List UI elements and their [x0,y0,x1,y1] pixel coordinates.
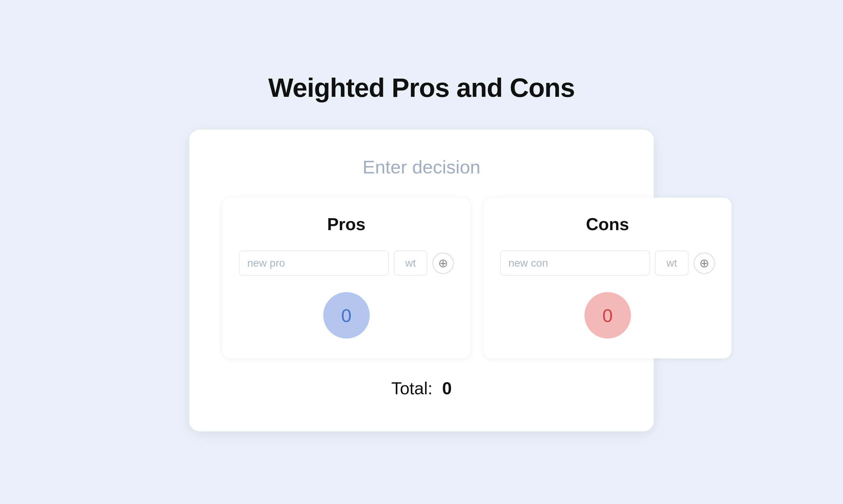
pros-column: Pros ⊕ 0 [222,198,470,358]
cons-score: 0 [602,305,613,326]
pros-entry-row: ⊕ [239,251,454,275]
cons-score-circle: 0 [584,292,631,339]
pros-score: 0 [341,305,351,326]
decision-input[interactable] [222,156,621,178]
total-row: Total: 0 [391,378,452,398]
pros-add-icon: ⊕ [438,256,448,270]
cons-add-icon: ⊕ [699,256,709,270]
cons-add-button[interactable]: ⊕ [694,253,715,274]
cons-column: Cons ⊕ 0 [484,198,732,358]
cons-weight-input[interactable] [655,251,688,275]
cons-entry-input[interactable] [500,251,650,275]
pros-score-circle: 0 [323,292,370,339]
pros-weight-input[interactable] [394,251,427,275]
cons-entry-row: ⊕ [500,251,715,275]
page-title: Weighted Pros and Cons [268,73,574,103]
total-value: 0 [442,379,452,398]
total-label: Total: [391,379,432,398]
pros-entry-input[interactable] [239,251,389,275]
pros-title: Pros [327,214,366,234]
cons-title: Cons [586,214,629,234]
main-card: Pros ⊕ 0 Cons ⊕ 0 [189,130,654,431]
columns-container: Pros ⊕ 0 Cons ⊕ 0 [222,198,621,358]
pros-add-button[interactable]: ⊕ [432,253,454,274]
